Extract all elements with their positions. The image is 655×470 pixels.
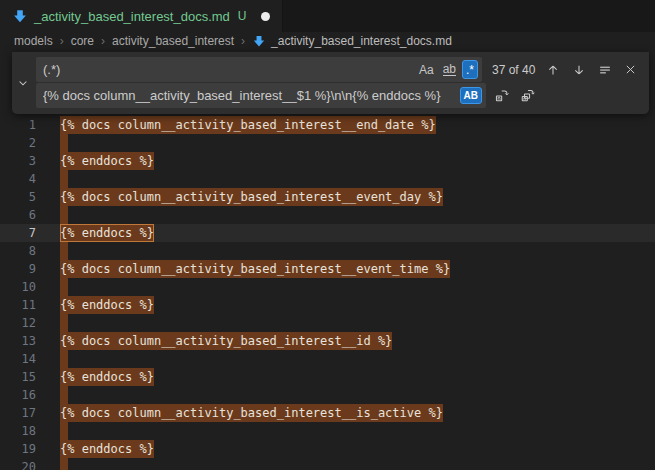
find-match-highlight: {% enddocs %} <box>60 440 154 458</box>
code-line[interactable]: 16 <box>0 386 655 404</box>
tab-bar: _activity_based_interest_docs.md U <box>0 0 655 32</box>
current-find-match: {% enddocs %} <box>60 224 154 242</box>
line-content <box>60 458 68 470</box>
code-line[interactable]: 11{% enddocs %} <box>0 296 655 314</box>
next-match-button[interactable] <box>568 59 589 80</box>
code-line[interactable]: 15{% enddocs %} <box>0 368 655 386</box>
code-line[interactable]: 12 <box>0 314 655 332</box>
search-options: Aa ab .* <box>416 60 478 79</box>
find-match-highlight: {% docs column__activity_based_interest_… <box>60 260 450 278</box>
code-line[interactable]: 18 <box>0 422 655 440</box>
find-match-highlight: {% docs column__activity_based_interest_… <box>60 188 443 206</box>
empty-match-highlight <box>60 170 68 188</box>
find-match-highlight: {% enddocs %} <box>60 368 154 386</box>
search-value: (.*) <box>43 62 412 77</box>
code-line[interactable]: 1{% docs column__activity_based_interest… <box>0 116 655 134</box>
empty-match-highlight <box>60 386 68 404</box>
code-line[interactable]: 13{% docs column__activity_based_interes… <box>0 332 655 350</box>
replace-input[interactable]: {% docs column__activity_based_interest_… <box>36 83 486 108</box>
code-line[interactable]: 7{% enddocs %} <box>0 224 655 242</box>
line-content: {% docs column__activity_based_interest_… <box>60 332 392 350</box>
code-line[interactable]: 10 <box>0 278 655 296</box>
line-content <box>60 386 68 404</box>
code-line[interactable]: 14 <box>0 350 655 368</box>
empty-match-highlight <box>60 458 68 470</box>
find-match-highlight: {% enddocs %} <box>60 296 154 314</box>
line-content <box>60 422 68 440</box>
line-number: 9 <box>0 260 36 278</box>
breadcrumb-separator-icon: › <box>101 34 105 48</box>
line-number: 3 <box>0 152 36 170</box>
code-line[interactable]: 9{% docs column__activity_based_interest… <box>0 260 655 278</box>
match-case-button[interactable]: Aa <box>416 60 437 79</box>
line-number: 20 <box>0 458 36 470</box>
line-content: {% docs column__activity_based_interest_… <box>60 404 443 422</box>
code-line[interactable]: 17{% docs column__activity_based_interes… <box>0 404 655 422</box>
empty-match-highlight <box>60 314 68 332</box>
line-content: {% enddocs %} <box>60 368 154 386</box>
replace-one-button[interactable] <box>491 85 512 106</box>
previous-match-button[interactable] <box>542 59 563 80</box>
line-content <box>60 134 68 152</box>
code-line[interactable]: 2 <box>0 134 655 152</box>
empty-match-highlight <box>60 350 68 368</box>
search-input[interactable]: (.*) Aa ab .* <box>36 57 482 82</box>
code-line[interactable]: 20 <box>0 458 655 470</box>
line-number: 4 <box>0 170 36 188</box>
whole-word-button[interactable]: ab <box>440 60 459 79</box>
replace-value: {% docs column__activity_based_interest_… <box>43 88 456 103</box>
code-line[interactable]: 4 <box>0 170 655 188</box>
line-content: {% enddocs %} <box>60 152 154 170</box>
empty-match-highlight <box>60 242 68 260</box>
find-match-highlight: {% docs column__activity_based_interest_… <box>60 404 443 422</box>
empty-match-highlight <box>60 278 68 296</box>
line-content <box>60 314 68 332</box>
line-number: 8 <box>0 242 36 260</box>
find-match-highlight: {% enddocs %} <box>60 152 154 170</box>
breadcrumb-item-file[interactable]: _activity_based_interest_docs.md <box>252 34 452 48</box>
line-content: {% enddocs %} <box>60 440 154 458</box>
code-line[interactable]: 6 <box>0 206 655 224</box>
tab-active-file[interactable]: _activity_based_interest_docs.md U <box>0 0 283 32</box>
replace-all-button[interactable] <box>517 85 538 106</box>
code-line[interactable]: 19{% enddocs %} <box>0 440 655 458</box>
line-number: 18 <box>0 422 36 440</box>
line-number: 12 <box>0 314 36 332</box>
code-line[interactable]: 8 <box>0 242 655 260</box>
find-match-highlight: {% docs column__activity_based_interest_… <box>60 116 436 134</box>
line-number: 11 <box>0 296 36 314</box>
preserve-case-button[interactable]: AB <box>460 87 482 104</box>
line-number: 14 <box>0 350 36 368</box>
line-number: 10 <box>0 278 36 296</box>
use-regex-button[interactable]: .* <box>462 60 478 79</box>
git-status-badge: U <box>238 9 247 23</box>
close-find-widget-button[interactable] <box>620 59 641 80</box>
markdown-file-icon <box>252 34 266 48</box>
line-content: {% enddocs %} <box>60 296 154 314</box>
breadcrumb-separator-icon: › <box>60 34 64 48</box>
line-content <box>60 242 68 260</box>
code-line[interactable]: 3{% enddocs %} <box>0 152 655 170</box>
line-content: {% docs column__activity_based_interest_… <box>60 116 436 134</box>
find-replace-widget: (.*) Aa ab .* 37 of 40 <box>12 52 649 114</box>
line-number: 1 <box>0 116 36 134</box>
line-number: 5 <box>0 188 36 206</box>
toggle-replace-chevron-icon[interactable] <box>14 69 32 97</box>
breadcrumb: models›core›activity_based_interest›_act… <box>0 32 655 50</box>
breadcrumb-item[interactable]: models <box>14 34 53 48</box>
line-content <box>60 278 68 296</box>
breadcrumb-item[interactable]: core <box>71 34 94 48</box>
editor-pane: (.*) Aa ab .* 37 of 40 <box>0 50 655 470</box>
code-line[interactable]: 5{% docs column__activity_based_interest… <box>0 188 655 206</box>
line-content <box>60 170 68 188</box>
unsaved-changes-dot[interactable] <box>261 12 270 21</box>
find-row: (.*) Aa ab .* 37 of 40 <box>36 57 641 82</box>
breadcrumb-item[interactable]: activity_based_interest <box>112 34 234 48</box>
find-match-highlight: {% docs column__activity_based_interest_… <box>60 332 392 350</box>
tab-filename: _activity_based_interest_docs.md <box>34 9 230 24</box>
find-in-selection-button[interactable] <box>594 59 615 80</box>
markdown-file-icon <box>12 8 28 24</box>
breadcrumb-separator-icon: › <box>241 34 245 48</box>
match-count: 37 of 40 <box>492 63 535 77</box>
line-number: 19 <box>0 440 36 458</box>
